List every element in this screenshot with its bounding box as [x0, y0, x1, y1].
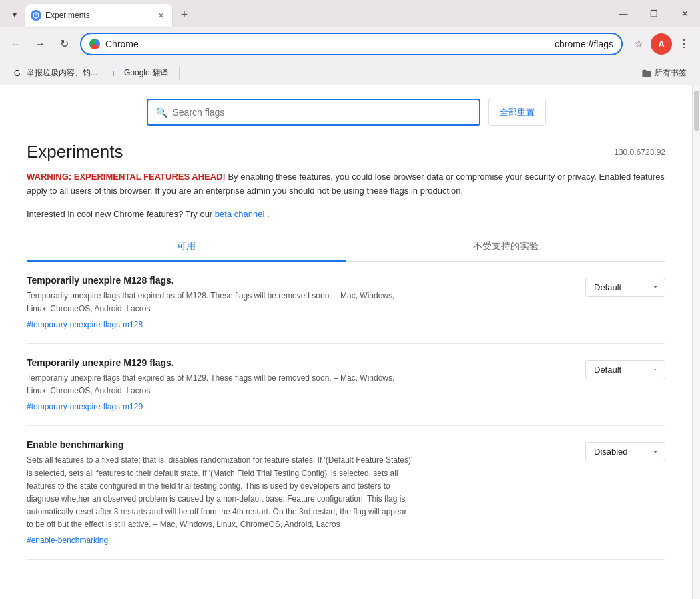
- main-area: 🔍 全部重置 Experiments 130.0.6723.92 WARNING…: [0, 85, 692, 599]
- flag-item: Enable benchmarking Sets all features to…: [27, 426, 665, 560]
- bookmarks-divider: [179, 67, 180, 80]
- flag-desc: Temporarily unexpire flags that expired …: [27, 372, 414, 397]
- scrollbar-thumb[interactable]: [694, 91, 699, 131]
- address-label: Chrome: [105, 39, 549, 49]
- flag-row: Temporarily unexpire M129 flags. Tempora…: [27, 357, 665, 412]
- flag-desc: Temporarily unexpire flags that expired …: [27, 290, 414, 315]
- close-btn[interactable]: ✕: [669, 0, 700, 27]
- flag-item: Temporarily unexpire M129 flags. Tempora…: [27, 344, 665, 426]
- bookmarks-folder-label: 所有书签: [655, 67, 687, 79]
- toolbar-icons: ☆ A ⋮: [628, 33, 695, 55]
- flag-text-col: Enable benchmarking Sets all features to…: [27, 439, 575, 546]
- search-input[interactable]: [173, 107, 471, 118]
- new-tab-btn[interactable]: +: [175, 5, 194, 24]
- flag-row: Temporarily unexpire M128 flags. Tempora…: [27, 275, 665, 330]
- tab-unsupported[interactable]: 不受支持的实验: [346, 232, 666, 262]
- minimize-btn[interactable]: —: [608, 0, 639, 27]
- reset-all-btn[interactable]: 全部重置: [488, 99, 546, 126]
- beta-prefix: Interested in cool new Chrome features? …: [27, 209, 215, 219]
- address-url: chrome://flags: [555, 39, 613, 49]
- bookmark-star-btn[interactable]: ☆: [628, 33, 649, 55]
- toolbar: ← → ↻ Chrome chrome://flags ☆ A ⋮: [0, 27, 700, 61]
- page-content: 🔍 全部重置 Experiments 130.0.6723.92 WARNING…: [0, 85, 700, 599]
- flag-title: Temporarily unexpire M128 flags.: [27, 275, 575, 286]
- flag-select-dropdown[interactable]: DefaultEnabledDisabled: [585, 278, 665, 297]
- refresh-btn[interactable]: ↻: [53, 33, 75, 55]
- profile-btn[interactable]: A: [651, 33, 672, 55]
- flag-select-dropdown[interactable]: DefaultEnabledDisabled: [585, 442, 665, 461]
- svg-text:G: G: [14, 69, 21, 78]
- version-text: 130.0.6723.92: [614, 148, 665, 157]
- bookmark-favicon-2: T: [111, 68, 121, 79]
- tab-list-btn[interactable]: ▼: [7, 7, 23, 23]
- flag-anchor-link[interactable]: #temporary-unexpire-flags-m128: [27, 320, 143, 329]
- tab-title: Experiments: [45, 11, 155, 20]
- flag-select-col: DefaultEnabledDisabled: [585, 439, 665, 461]
- bookmarks-bar: G 举报垃圾内容、钓... T Google 翻译 所有书签: [0, 61, 700, 85]
- active-tab[interactable]: Experiments ✕: [25, 4, 172, 27]
- search-icon: 🔍: [156, 107, 167, 118]
- more-btn[interactable]: ⋮: [673, 33, 695, 55]
- tab-navigation: 可用 不受支持的实验: [27, 232, 665, 262]
- bookmark-label-1: 举报垃圾内容、钓...: [27, 67, 97, 79]
- search-box: 🔍: [147, 99, 480, 126]
- bookmark-label-2: Google 翻译: [124, 67, 168, 79]
- search-container: 🔍 全部重置: [27, 99, 665, 126]
- beta-link-text: Interested in cool new Chrome features? …: [27, 209, 665, 219]
- chrome-logo-icon: [89, 39, 100, 49]
- bookmark-favicon-1: G: [13, 68, 24, 79]
- flag-text-col: Temporarily unexpire M129 flags. Tempora…: [27, 357, 575, 412]
- maximize-btn[interactable]: ❐: [639, 0, 669, 27]
- flag-select-col: DefaultEnabledDisabled: [585, 357, 665, 379]
- tab-area: ▼ Experiments ✕ +: [0, 0, 194, 27]
- forward-btn[interactable]: →: [29, 33, 51, 55]
- flag-text-col: Temporarily unexpire M128 flags. Tempora…: [27, 275, 575, 330]
- page-heading: Experiments 130.0.6723.92: [27, 142, 665, 162]
- flag-item: Temporarily unexpire M128 flags. Tempora…: [27, 262, 665, 344]
- tab-available[interactable]: 可用: [27, 232, 346, 262]
- flag-select-dropdown[interactable]: DefaultEnabledDisabled: [585, 360, 665, 379]
- flag-row: Enable benchmarking Sets all features to…: [27, 439, 665, 546]
- address-bar[interactable]: Chrome chrome://flags: [80, 33, 623, 55]
- warning-text: WARNING: EXPERIMENTAL FEATURES AHEAD! By…: [27, 170, 665, 198]
- flag-anchor-link[interactable]: #enable-benchmarking: [27, 536, 108, 545]
- beta-suffix: .: [267, 209, 270, 219]
- title-bar: ▼ Experiments ✕ + — ❐ ✕: [0, 0, 700, 27]
- beta-channel-link[interactable]: beta channel: [215, 209, 264, 219]
- bookmarks-folder-btn[interactable]: 所有书签: [636, 65, 692, 81]
- svg-text:T: T: [111, 69, 116, 77]
- bookmark-item-translate[interactable]: T Google 翻译: [105, 65, 173, 81]
- flag-title: Temporarily unexpire M129 flags.: [27, 357, 575, 368]
- warning-label: WARNING: EXPERIMENTAL FEATURES AHEAD!: [27, 172, 226, 182]
- bookmark-item-spam[interactable]: G 举报垃圾内容、钓...: [8, 65, 103, 81]
- page-title: Experiments: [27, 142, 123, 162]
- bookmarks-right: 所有书签: [636, 65, 692, 81]
- warning-box: WARNING: EXPERIMENTAL FEATURES AHEAD! By…: [27, 170, 665, 198]
- window-controls: — ❐ ✕: [608, 0, 700, 27]
- flag-desc: Sets all features to a fixed state; that…: [27, 454, 414, 531]
- back-btn[interactable]: ←: [5, 33, 27, 55]
- flags-container: Temporarily unexpire M128 flags. Tempora…: [27, 262, 665, 560]
- tab-favicon: [31, 10, 41, 21]
- flag-title: Enable benchmarking: [27, 439, 575, 450]
- flag-anchor-link[interactable]: #temporary-unexpire-flags-m129: [27, 402, 143, 411]
- scrollbar-track[interactable]: [692, 85, 700, 599]
- flag-select-col: DefaultEnabledDisabled: [585, 275, 665, 297]
- tab-close-btn[interactable]: ✕: [155, 9, 167, 21]
